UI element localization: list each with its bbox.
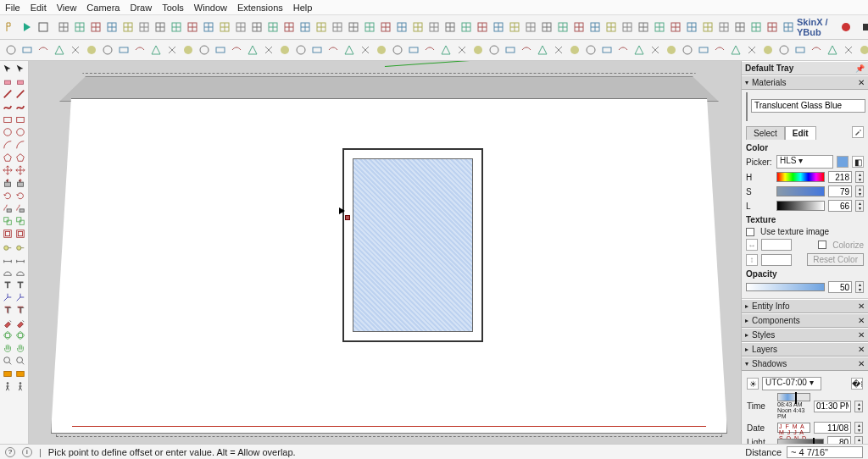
- toolbar-button[interactable]: [342, 41, 357, 58]
- circle-icon[interactable]: [2, 126, 14, 138]
- dimension-icon-alt[interactable]: [14, 253, 26, 265]
- eyedropper-icon[interactable]: [852, 126, 864, 138]
- panel-header-components[interactable]: ▸Components✕: [742, 313, 868, 328]
- match-color-icon[interactable]: ◧: [852, 156, 864, 168]
- spinner[interactable]: ▴▾: [855, 185, 864, 197]
- toolbar-button[interactable]: [136, 19, 152, 36]
- close-icon[interactable]: ✕: [858, 330, 865, 340]
- walk-icon-alt[interactable]: [14, 380, 26, 392]
- viewport-3d[interactable]: [29, 61, 741, 444]
- shadow-details-icon[interactable]: �⁝: [851, 378, 863, 390]
- panel-header-shadows[interactable]: ▾Shadows✕: [742, 357, 868, 371]
- move-icon-alt[interactable]: [14, 164, 26, 176]
- rect-icon[interactable]: [2, 113, 14, 125]
- tab-select[interactable]: Select: [746, 126, 785, 140]
- toolbar-button[interactable]: [164, 41, 180, 58]
- toolbar-button[interactable]: [120, 19, 136, 36]
- toolbar-button[interactable]: [438, 41, 453, 58]
- opacity-input[interactable]: [828, 281, 852, 293]
- toolbar-button[interactable]: [261, 41, 276, 58]
- line-icon[interactable]: [2, 88, 14, 100]
- toolbar-button[interactable]: [587, 19, 603, 36]
- toolbar-button[interactable]: [680, 41, 695, 58]
- toolbar-button[interactable]: [599, 41, 615, 58]
- pan-icon-alt[interactable]: [14, 342, 26, 354]
- toolbar-button[interactable]: [362, 19, 377, 36]
- toolbar-button[interactable]: [213, 41, 228, 58]
- toolbar-button[interactable]: [857, 41, 868, 58]
- panel-header-entity[interactable]: ▸Entity Info✕: [742, 299, 868, 313]
- lum-input[interactable]: [828, 200, 852, 212]
- hue-input[interactable]: [828, 171, 852, 183]
- toolbar-button[interactable]: [116, 41, 131, 58]
- menu-window[interactable]: Window: [194, 3, 227, 13]
- material-swatch[interactable]: [746, 92, 748, 121]
- time-slider[interactable]: [777, 393, 810, 401]
- toolbar-button[interactable]: [374, 41, 389, 58]
- toolbar-button[interactable]: [648, 41, 663, 58]
- toolbar-button[interactable]: [153, 19, 168, 36]
- protractor-icon[interactable]: [2, 266, 14, 278]
- polygon-icon[interactable]: [2, 152, 14, 163]
- toolbar-button[interactable]: [169, 19, 184, 36]
- zoom-icon-alt[interactable]: [14, 355, 26, 367]
- colorize-checkbox[interactable]: [818, 241, 826, 249]
- close-icon[interactable]: ✕: [858, 316, 865, 325]
- sat-input[interactable]: [828, 185, 852, 197]
- rotate-icon[interactable]: [2, 190, 14, 202]
- toolbar-button[interactable]: [487, 41, 502, 58]
- rotate-icon-alt[interactable]: [14, 190, 26, 202]
- toolbar-button[interactable]: [841, 41, 856, 58]
- toolbar-button[interactable]: [716, 19, 732, 36]
- spinner[interactable]: ▴▾: [855, 281, 864, 293]
- paint-icon[interactable]: [2, 317, 14, 329]
- toolbar-button[interactable]: [712, 41, 727, 58]
- menu-view[interactable]: View: [57, 3, 77, 13]
- close-icon[interactable]: ✕: [858, 359, 865, 368]
- timezone-select[interactable]: UTC-07:00 ▾: [762, 377, 821, 390]
- toolbar-button[interactable]: [426, 19, 442, 36]
- orbit-icon-alt[interactable]: [14, 329, 26, 341]
- toolbar-button[interactable]: [555, 19, 570, 36]
- menu-tools[interactable]: Tools: [162, 3, 184, 13]
- toolbar-button[interactable]: [744, 41, 760, 58]
- toolbar-button[interactable]: [277, 41, 292, 58]
- 3dtext-icon[interactable]: [2, 304, 14, 316]
- toolbar-button[interactable]: [604, 19, 619, 36]
- panel-header-layers[interactable]: ▸Layers✕: [742, 342, 868, 357]
- pushpull-icon[interactable]: [2, 177, 14, 189]
- offset-icon[interactable]: [2, 228, 14, 240]
- zoom-icon[interactable]: [2, 355, 14, 367]
- reset-color-button[interactable]: Reset Color: [807, 253, 864, 266]
- spinner[interactable]: ▴▾: [854, 422, 863, 434]
- opacity-slider[interactable]: [746, 283, 825, 291]
- toolbar-button[interactable]: [567, 41, 582, 58]
- hue-slider[interactable]: [776, 172, 825, 182]
- toolbar-button[interactable]: [104, 19, 120, 36]
- scale-icon[interactable]: [2, 215, 14, 227]
- toolbar-button[interactable]: [503, 41, 518, 58]
- toolbar-button[interactable]: [459, 19, 474, 36]
- toolbar-button[interactable]: [72, 19, 87, 36]
- toolbar-button[interactable]: [636, 19, 651, 36]
- toolbar-button[interactable]: [615, 41, 631, 58]
- eraser-icon-alt[interactable]: [14, 75, 26, 87]
- color-preview-icon[interactable]: [837, 156, 849, 168]
- toolbar-button[interactable]: [507, 19, 522, 36]
- toolbar-button[interactable]: [346, 19, 361, 36]
- play-icon[interactable]: [19, 19, 35, 36]
- move-icon[interactable]: [2, 164, 14, 176]
- shadow-toggle-icon[interactable]: ☀: [747, 378, 759, 390]
- toolbar-button[interactable]: [36, 41, 51, 58]
- toolbar-button[interactable]: [696, 41, 711, 58]
- panel-header-styles[interactable]: ▸Styles✕: [742, 328, 868, 342]
- toolbar-button[interactable]: [825, 41, 840, 58]
- toolbar-button[interactable]: [88, 19, 103, 36]
- toolbar-button[interactable]: [68, 41, 83, 58]
- toolbar-button[interactable]: [100, 41, 115, 58]
- pushpull-icon-alt[interactable]: [14, 177, 26, 189]
- toolbar-button[interactable]: [760, 41, 776, 58]
- stop-icon[interactable]: [859, 19, 868, 36]
- toolbar-button[interactable]: [765, 19, 780, 36]
- toolbar-button[interactable]: [3, 41, 19, 58]
